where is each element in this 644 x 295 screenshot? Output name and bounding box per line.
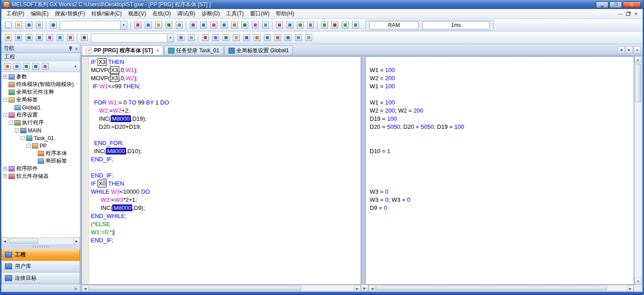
- alert-icon[interactable]: [350, 20, 360, 30]
- convert-icon[interactable]: [188, 20, 198, 30]
- device-use-list-icon[interactable]: [34, 33, 44, 43]
- scroll-right-icon[interactable]: ▶: [627, 285, 634, 292]
- watch-window-icon[interactable]: [262, 33, 272, 43]
- pane-splitter[interactable]: [361, 56, 365, 285]
- pin-icon[interactable]: [68, 46, 73, 51]
- tab-list-icon[interactable]: ▼: [634, 46, 641, 54]
- view-button-user-library[interactable]: 用户库: [1, 261, 80, 272]
- program-selector-combo-dropdown-icon[interactable]: ▼: [120, 21, 127, 29]
- tree-item-device-memory[interactable]: +软元件存储器: [1, 172, 80, 180]
- zoom-in-icon[interactable]: [283, 33, 293, 43]
- menu-debug[interactable]: 调试(B): [174, 9, 198, 19]
- undo-icon[interactable]: [164, 20, 174, 30]
- menu-project[interactable]: 工程(P): [3, 9, 27, 19]
- menu-tool[interactable]: 工具(T): [223, 9, 247, 19]
- new-project-icon[interactable]: [3, 20, 13, 30]
- data-security-icon[interactable]: [22, 62, 31, 71]
- tree-collapse-icon[interactable]: -: [3, 98, 7, 102]
- code-pane-horizontal-scrollbar[interactable]: ◀ ▶: [81, 285, 361, 291]
- break-setting-icon[interactable]: [252, 33, 262, 43]
- tree-item-program-parts[interactable]: +程序部件: [1, 165, 80, 172]
- scrollbar-track[interactable]: [635, 63, 642, 278]
- menu-edit[interactable]: 编辑(E): [27, 9, 52, 19]
- tree-item-main[interactable]: -MAIN: [1, 127, 80, 134]
- scroll-tabs-right-icon[interactable]: ▶: [626, 46, 633, 54]
- print-icon[interactable]: [34, 20, 44, 30]
- tab-program-body[interactable]: stPP [PRG] 程序本体 [ST]×: [82, 45, 163, 55]
- tree-item-global-label[interactable]: -全局标签: [1, 96, 80, 104]
- write-to-plc-icon[interactable]: [274, 20, 284, 30]
- skip-execution-icon[interactable]: [231, 33, 241, 43]
- navigation-window-icon[interactable]: [3, 33, 13, 43]
- scrollbar-thumb[interactable]: [376, 286, 607, 290]
- cross-reference-icon[interactable]: [260, 20, 270, 30]
- program-selector-combo[interactable]: ▼: [60, 21, 127, 30]
- tree-expand-icon[interactable]: +: [3, 75, 7, 79]
- ladder-edit-icon[interactable]: [209, 20, 219, 30]
- tree-item-global1[interactable]: Global1: [1, 104, 80, 111]
- navigation-toolbar-dropdown-icon[interactable]: ▼: [72, 65, 79, 68]
- tab-global1[interactable]: 全局标签设置 Global1: [224, 45, 293, 55]
- watch-pane-horizontal-scrollbar[interactable]: ◀ ▶: [368, 285, 634, 291]
- tree-item-task-01[interactable]: -Task_01: [1, 134, 80, 142]
- tree-collapse-icon[interactable]: -: [15, 128, 19, 132]
- scroll-right-icon[interactable]: ▶: [73, 238, 80, 245]
- copy-icon[interactable]: [143, 20, 153, 30]
- menu-view[interactable]: 视图(V): [125, 9, 149, 19]
- scrollbar-track[interactable]: [376, 285, 627, 291]
- run-icon[interactable]: [340, 20, 350, 30]
- device-test-on-icon[interactable]: [200, 33, 210, 43]
- note-icon[interactable]: [250, 20, 260, 30]
- menu-diagnostics[interactable]: 诊断(D): [198, 9, 223, 19]
- filter-icon[interactable]: [40, 62, 49, 71]
- forced-input-output-icon[interactable]: [221, 33, 231, 43]
- cut-icon[interactable]: [133, 20, 143, 30]
- information-icon[interactable]: [31, 62, 40, 71]
- tree-collapse-icon[interactable]: -: [21, 136, 25, 140]
- device-comment-icon[interactable]: [229, 20, 239, 30]
- tree-item-global-device-comment[interactable]: 全局软元件注释: [1, 88, 80, 96]
- monitor-value-pane[interactable]: W1 = 100W2 = 200W1 = 100 W1 = 100W2 = 20…: [365, 56, 634, 285]
- scrollbar-thumb[interactable]: [9, 238, 38, 244]
- scroll-tabs-left-icon[interactable]: ◀: [617, 46, 625, 54]
- tab-close-icon[interactable]: ×: [156, 48, 159, 53]
- scroll-left-icon[interactable]: ◀: [1, 238, 8, 245]
- minimize-button[interactable]: ▁: [596, 1, 608, 8]
- remote-operation-icon[interactable]: [305, 20, 315, 30]
- tree-item-local-label[interactable]: 局部标签: [1, 157, 80, 165]
- sidebar-splitter-grip[interactable]: [1, 244, 80, 249]
- sort-icon[interactable]: [12, 62, 21, 71]
- tree-collapse-icon[interactable]: -: [27, 144, 31, 148]
- find-icon[interactable]: [79, 33, 89, 43]
- view-button-connection-destination[interactable]: 连接目标: [1, 272, 80, 284]
- find-string-combo-dropdown-icon[interactable]: ▼: [167, 34, 174, 42]
- tab-task01[interactable]: 任务登录 Task_01: [164, 45, 224, 55]
- title-bar[interactable]: MELSOFT系列 GX Works2 C:\Users\ll\Desktop\…: [1, 0, 643, 9]
- scroll-down-icon[interactable]: ▼: [635, 278, 641, 285]
- menu-window[interactable]: 窗口(W): [247, 9, 273, 19]
- mdi-restore-icon[interactable]: [626, 12, 630, 16]
- toolbar-overflow-icon[interactable]: [304, 33, 313, 43]
- device-test-off-icon[interactable]: [210, 33, 220, 43]
- watch-register-icon[interactable]: [65, 33, 75, 43]
- tree-collapse-icon[interactable]: -: [3, 113, 7, 117]
- scrollbar-thumb[interactable]: [89, 286, 301, 290]
- vertical-scrollbar[interactable]: ▲ ▼: [635, 56, 642, 285]
- pane-next-icon[interactable]: ▶: [361, 285, 368, 291]
- scroll-right-icon[interactable]: ▶: [354, 285, 361, 292]
- tree-item-parameter[interactable]: +参数: [1, 73, 80, 81]
- menu-convert-compile[interactable]: 转换/编译(C): [88, 9, 125, 19]
- tree-collapse-icon[interactable]: -: [9, 121, 13, 125]
- more-views-icon[interactable]: »: [74, 286, 77, 291]
- redo-icon[interactable]: [174, 20, 184, 30]
- zoom-out-icon[interactable]: [293, 33, 303, 43]
- convert-all-icon[interactable]: [198, 20, 208, 30]
- scroll-left-icon[interactable]: ◀: [82, 285, 89, 292]
- help-icon[interactable]: [48, 20, 58, 30]
- scrollbar-track[interactable]: [8, 238, 73, 244]
- output-window-icon[interactable]: [24, 33, 34, 43]
- menu-find-replace[interactable]: 搜索/替换(F): [52, 9, 88, 19]
- scroll-up-icon[interactable]: ▲: [635, 56, 641, 63]
- view-button-project[interactable]: 工程: [1, 249, 80, 261]
- menu-help[interactable]: 帮助(H): [273, 9, 297, 19]
